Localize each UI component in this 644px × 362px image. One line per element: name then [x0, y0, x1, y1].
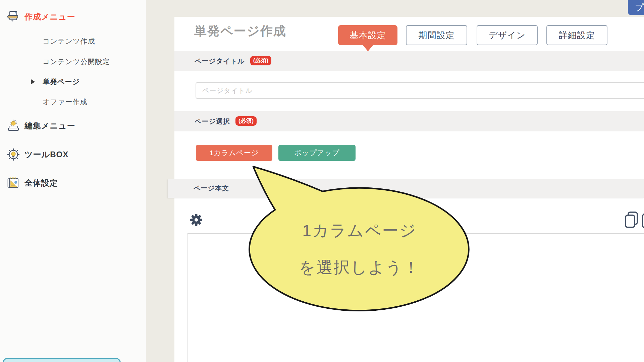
sidebar-item-create-menu[interactable]: 作成メニュー	[0, 9, 146, 24]
sidebar: 作成メニュー コンテンツ作成 コンテンツ公開設定 単発ページ オファー作成 編集…	[0, 0, 146, 362]
page-title-input[interactable]	[196, 82, 644, 99]
page-title: 単発ページ作成	[194, 22, 286, 41]
required-badge: (必須)	[250, 56, 271, 65]
gear-icon[interactable]	[190, 213, 203, 227]
sidebar-item-content-create[interactable]: コンテンツ作成	[43, 36, 95, 46]
page-select-label: ページ選択(必須)	[195, 111, 257, 131]
main-panel: 単発ページ作成 基本設定 期間設定 デザイン 詳細設定 ページタイトル(必須) …	[174, 17, 644, 362]
sidebar-item-label: 編集メニュー	[24, 118, 75, 133]
required-badge: (必須)	[235, 116, 257, 126]
tab-advanced-settings[interactable]: 詳細設定	[546, 25, 607, 45]
sidebar-item-label: 作成メニュー	[24, 9, 75, 24]
sidebar-item-label: 全体設定	[24, 176, 58, 190]
create-menu-icon	[7, 10, 20, 23]
page-body-label: ページ本文	[194, 179, 229, 198]
edit-menu-icon	[7, 119, 20, 132]
tab-design[interactable]: デザイン	[477, 25, 538, 45]
active-item-arrow-icon	[31, 79, 35, 84]
sidebar-item-single-page[interactable]: 単発ページ	[43, 77, 80, 87]
tab-period-settings[interactable]: 期間設定	[406, 25, 467, 45]
section-header-page-body: ページ本文	[168, 179, 644, 198]
preview-button[interactable]: プ	[628, 0, 644, 15]
copy-icon[interactable]	[624, 211, 639, 229]
global-settings-icon	[7, 176, 20, 190]
sidebar-item-content-publish[interactable]: コンテンツ公開設定	[43, 57, 110, 67]
page-title-label: ページタイトル(必須)	[195, 51, 271, 71]
section-header-page-select: ページ選択(必須)	[174, 111, 644, 131]
popup-button[interactable]: ポップアップ	[278, 145, 356, 161]
sidebar-item-edit-menu[interactable]: 編集メニュー	[0, 118, 146, 133]
page-body-editor[interactable]	[187, 233, 644, 362]
tab-basic-settings[interactable]: 基本設定	[338, 25, 397, 45]
sidebar-item-toolbox[interactable]: ツールBOX	[0, 147, 146, 162]
one-column-page-button[interactable]: 1カラムページ	[196, 145, 272, 161]
sidebar-item-offer-create[interactable]: オファー作成	[43, 97, 87, 107]
sidebar-item-label: ツールBOX	[24, 147, 68, 162]
sidebar-item-global-settings[interactable]: 全体設定	[0, 176, 146, 190]
sidebar-bottom-button[interactable]	[3, 358, 121, 362]
section-header-page-title: ページタイトル(必須)	[174, 51, 644, 71]
clipped-right-icon[interactable]	[641, 213, 644, 229]
toolbox-icon	[7, 148, 20, 161]
